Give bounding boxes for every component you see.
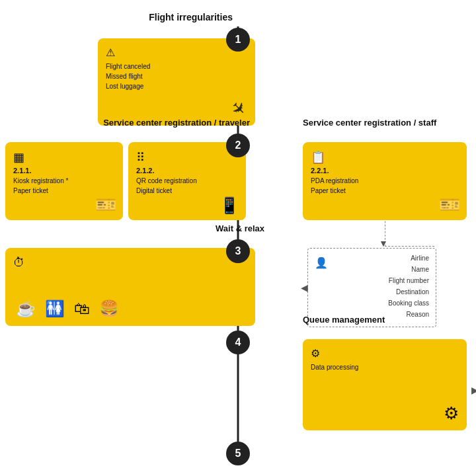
qr-phone-icon: 📱 — [219, 196, 239, 215]
dashed-field-booking: Booking class — [315, 298, 429, 309]
node-4-label: 4 — [235, 337, 241, 348]
qr-title: QR code registration — [136, 176, 238, 186]
pda-title: PDA registration — [311, 176, 459, 186]
card-wait: ⏱ ☕ 🚻 🛍 🍔 — [5, 248, 255, 326]
kiosk-top-icon: ▦ — [13, 150, 115, 165]
qr-subtitle: Digital ticket — [136, 186, 238, 196]
queue-bottom-icon: ⚙ — [444, 403, 459, 424]
section-label-wait: Wait & relax — [132, 223, 264, 233]
dashed-field-airline: Airline — [315, 253, 429, 264]
node-1: 1 — [226, 28, 250, 52]
kiosk-ticket-icon: 🎫 — [95, 194, 116, 215]
kiosk-code: 2.1.1. — [13, 167, 115, 175]
kiosk-title: Kiosk registration * — [13, 176, 115, 186]
card-queue: ⚙ Data processing ⚙ ▶ — [303, 339, 467, 430]
queue-title: Data processing — [311, 362, 459, 372]
text-flight-canceled: Flight canceled — [106, 61, 247, 71]
clock-icon: ⏱ — [13, 256, 247, 270]
food-icon: 🍔 — [99, 299, 119, 318]
card-flight-irregularities: ⚠ Flight canceled Missed flight Lost lug… — [98, 38, 255, 126]
queue-arrow-left: ▶ — [471, 385, 476, 395]
node-2: 2 — [226, 134, 250, 157]
dashed-field-destination: Destination — [315, 286, 429, 298]
node-5: 5 — [226, 442, 250, 465]
node-1-label: 1 — [235, 34, 241, 46]
node-5-label: 5 — [235, 448, 241, 459]
node-4: 4 — [226, 331, 250, 354]
dashed-line-horizontal — [385, 246, 434, 247]
text-missed-flight: Missed flight — [106, 71, 247, 81]
qr-code: 2.1.2. — [136, 167, 238, 175]
person-icon-dashed: 👤 — [315, 254, 328, 272]
pda-subtitle: Paper ticket — [311, 186, 459, 196]
shopping-icon: 🛍 — [74, 299, 90, 318]
section-label-staff: Service center registration / staff — [303, 118, 471, 128]
node-2-label: 2 — [235, 139, 241, 151]
section-label-flight: Flight irregularities — [100, 12, 233, 22]
qr-top-icon: ⠿ — [136, 150, 238, 165]
wait-icons: ☕ 🚻 🛍 🍔 — [16, 299, 119, 318]
section-label-queue: Queue management — [303, 315, 467, 325]
gear-icon-top: ⚙ — [311, 347, 459, 360]
coffee-icon: ☕ — [16, 299, 36, 318]
pda-ticket-icon: 🎫 — [439, 194, 460, 215]
dashed-field-name: Name — [315, 264, 429, 275]
node-3: 3 — [226, 239, 250, 263]
pda-code: 2.2.1. — [311, 167, 459, 175]
pda-top-icon: 📋 — [311, 150, 459, 165]
arrow-right-dashed: ◀ — [301, 282, 308, 293]
arrow-down-dashed: ▼ — [379, 238, 388, 249]
card-kiosk: ▦ 2.1.1. Kiosk registration * Paper tick… — [5, 142, 123, 220]
card-qr: ⠿ 2.1.2. QR code registration Digital ti… — [128, 142, 246, 220]
card-warning-icon: ⚠ — [106, 46, 247, 59]
text-lost-luggage: Lost luggage — [106, 81, 247, 91]
node-3-label: 3 — [235, 245, 241, 257]
restroom-icon: 🚻 — [45, 299, 65, 318]
dashed-field-flight: Flight number — [315, 275, 429, 286]
card-pda: 📋 2.2.1. PDA registration Paper ticket 🎫 — [303, 142, 467, 220]
section-label-traveler: Service center registration / traveler — [5, 118, 250, 128]
card-flight-text: Flight canceled Missed flight Lost lugga… — [106, 61, 247, 91]
